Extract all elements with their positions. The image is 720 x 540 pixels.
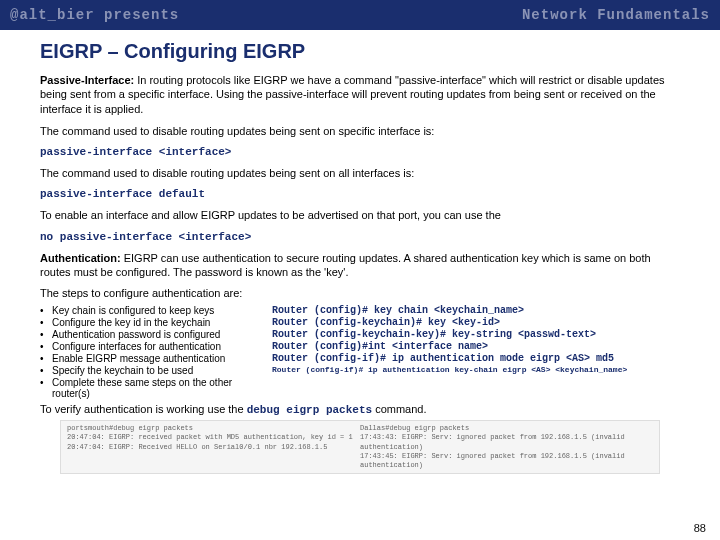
verify-line: To verify authentication is working use … — [40, 403, 680, 416]
step-item: •Authentication password is configuredRo… — [40, 329, 680, 340]
steps-intro: The steps to configure authentication ar… — [40, 287, 680, 299]
terminal-output: portsmouth#debug eigrp packets 20:47:04:… — [60, 420, 660, 473]
auth-lead: Authentication: — [40, 252, 121, 264]
header-right: Network Fundamentals — [522, 7, 710, 23]
cmd2: passive-interface default — [40, 188, 680, 200]
passive-text: In routing protocols like EIGRP we have … — [40, 74, 665, 115]
step-item: •Configure the key id in the keychainRou… — [40, 317, 680, 328]
cmd1-intro: The command used to disable routing upda… — [40, 124, 680, 138]
verify-cmd: debug eigrp packets — [247, 404, 372, 416]
page-number: 88 — [694, 522, 706, 534]
cmd2-intro: The command used to disable routing upda… — [40, 166, 680, 180]
step-item: •Complete these same steps on the other … — [40, 377, 680, 399]
step-item: •Specify the keychain to be usedRouter (… — [40, 365, 680, 376]
auth-text: EIGRP can use authentication to secure r… — [40, 252, 651, 278]
passive-paragraph: Passive-Interface: In routing protocols … — [40, 73, 680, 116]
auth-paragraph: Authentication: EIGRP can use authentica… — [40, 251, 680, 280]
verify-pre: To verify authentication is working use … — [40, 403, 247, 415]
terminal-right: Dallas#debug eigrp packets 17:43:43: EIG… — [360, 424, 653, 469]
verify-post: command. — [372, 403, 426, 415]
step-item: •Enable EIGRP message authenticationRout… — [40, 353, 680, 364]
header-left: @alt_bier presents — [10, 7, 179, 23]
terminal-left: portsmouth#debug eigrp packets 20:47:04:… — [67, 424, 360, 469]
cmd3-intro: To enable an interface and allow EIGRP u… — [40, 208, 680, 222]
passive-lead: Passive-Interface: — [40, 74, 134, 86]
slide-title: EIGRP – Configuring EIGRP — [40, 40, 680, 63]
step-item: •Configure interfaces for authentication… — [40, 341, 680, 352]
cmd3: no passive-interface <interface> — [40, 231, 680, 243]
step-list: •Key chain is configured to keep keysRou… — [40, 305, 680, 399]
step-item: •Key chain is configured to keep keysRou… — [40, 305, 680, 316]
slide-header: @alt_bier presents Network Fundamentals — [0, 0, 720, 30]
cmd1: passive-interface <interface> — [40, 146, 680, 158]
slide-content: EIGRP – Configuring EIGRP Passive-Interf… — [0, 30, 720, 474]
